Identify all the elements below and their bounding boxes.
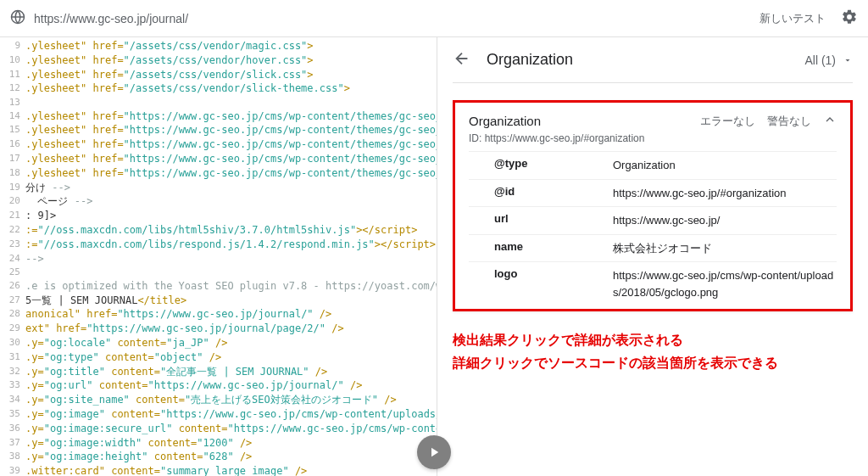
line-number: 24 bbox=[2, 252, 25, 266]
url-bar[interactable]: https://www.gc-seo.jp/journal/ bbox=[34, 12, 751, 25]
chevron-up-icon[interactable] bbox=[823, 113, 837, 129]
code-line[interactable]: 26.e is optimized with the Yoast SEO plu… bbox=[2, 279, 437, 294]
code-line[interactable]: 30.y="og:locale" content="ja_JP" /> bbox=[2, 336, 437, 350]
code-line[interactable]: 275一覧 | SEM JOURNAL</title> bbox=[2, 294, 437, 308]
line-number: 9 bbox=[2, 39, 25, 53]
line-number: 32 bbox=[2, 365, 25, 379]
code-line[interactable]: 17.ylesheet" href="https://www.gc-seo.jp… bbox=[2, 152, 437, 166]
code-line[interactable]: 31.y="og:type" content="object" /> bbox=[2, 350, 437, 365]
property-row[interactable]: name株式会社ジオコード bbox=[469, 234, 837, 262]
property-value: Organization bbox=[613, 157, 837, 174]
line-number: 18 bbox=[2, 166, 25, 181]
line-number: 33 bbox=[2, 378, 25, 393]
code-line[interactable]: 37.y="og:image:width" content="1200" /> bbox=[2, 436, 437, 451]
property-value: https://www.gc-seo.jp/#organization bbox=[613, 185, 837, 202]
code-line[interactable]: 38.y="og:image:height" content="628" /> bbox=[2, 450, 437, 464]
line-number: 36 bbox=[2, 422, 25, 436]
code-line[interactable]: 20 ページ --> bbox=[2, 194, 437, 209]
code-line[interactable]: 34.y="og:site_name" content="売上を上げるSEO対策… bbox=[2, 393, 437, 407]
code-line[interactable]: 12.ylesheet" href="/assets/css/vendor/sl… bbox=[2, 81, 437, 96]
line-number: 15 bbox=[2, 123, 25, 137]
code-line[interactable]: 10.ylesheet" href="/assets/css/vendor/ho… bbox=[2, 53, 437, 68]
code-line[interactable]: 33.y="og:url" content="https://www.gc-se… bbox=[2, 378, 437, 393]
source-code-panel[interactable]: 9.ylesheet" href="/assets/css/vendor/mag… bbox=[0, 37, 437, 476]
line-number: 25 bbox=[2, 266, 25, 278]
code-line[interactable]: 24--> bbox=[2, 252, 437, 266]
line-number: 38 bbox=[2, 450, 25, 464]
property-key: url bbox=[469, 212, 613, 229]
property-value: 株式会社ジオコード bbox=[613, 240, 837, 257]
property-key: @type bbox=[469, 157, 613, 174]
code-line[interactable]: 29ext" href="https://www.gc-seo.jp/journ… bbox=[2, 322, 437, 336]
status-warnings: 警告なし bbox=[767, 114, 811, 129]
line-number: 27 bbox=[2, 294, 25, 308]
line-number: 31 bbox=[2, 350, 25, 365]
property-key: name bbox=[469, 240, 613, 257]
line-number: 14 bbox=[2, 109, 25, 124]
property-row[interactable]: urlhttps://www.gc-seo.jp/ bbox=[469, 206, 837, 234]
run-test-button[interactable] bbox=[417, 435, 451, 469]
line-number: 23 bbox=[2, 238, 25, 252]
property-key: @id bbox=[469, 185, 613, 202]
property-value: https://www.gc-seo.jp/ bbox=[613, 212, 837, 229]
annotation-line-2: 詳細クリックでソースコードの該当箇所を表示できる bbox=[453, 351, 853, 374]
gear-icon[interactable] bbox=[841, 8, 858, 28]
code-line[interactable]: 22:="//oss.maxcdn.com/libs/html5shiv/3.7… bbox=[2, 223, 437, 238]
property-row[interactable]: @typeOrganization bbox=[469, 151, 837, 179]
line-number: 22 bbox=[2, 223, 25, 238]
filter-label: All (1) bbox=[804, 53, 836, 67]
back-arrow-icon[interactable] bbox=[453, 49, 471, 70]
line-number: 11 bbox=[2, 68, 25, 82]
results-panel: Organization All (1) Organization エラーなし … bbox=[437, 37, 868, 476]
code-line[interactable]: 14.ylesheet" href="https://www.gc-seo.jp… bbox=[2, 109, 437, 124]
line-number: 10 bbox=[2, 53, 25, 68]
annotation-text: 検出結果クリックで詳細が表示される 詳細クリックでソースコードの該当箇所を表示で… bbox=[453, 328, 853, 374]
line-number: 12 bbox=[2, 81, 25, 96]
globe-icon bbox=[10, 9, 25, 27]
code-line[interactable]: 35.y="og:image" content="https://www.gc-… bbox=[2, 407, 437, 422]
line-number: 39 bbox=[2, 464, 25, 476]
line-number: 16 bbox=[2, 137, 25, 152]
line-number: 13 bbox=[2, 96, 25, 109]
line-number: 37 bbox=[2, 436, 25, 451]
code-line[interactable]: 25 bbox=[2, 266, 437, 278]
line-number: 21 bbox=[2, 209, 25, 223]
line-number: 35 bbox=[2, 407, 25, 422]
property-row[interactable]: logohttps://www.gc-seo.jp/cms/wp-content… bbox=[469, 261, 837, 305]
line-number: 19 bbox=[2, 181, 25, 195]
line-number: 34 bbox=[2, 393, 25, 407]
code-line[interactable]: 16.ylesheet" href="https://www.gc-seo.jp… bbox=[2, 137, 437, 152]
annotation-line-1: 検出結果クリックで詳細が表示される bbox=[453, 328, 853, 351]
code-line[interactable]: 21: 9]> bbox=[2, 209, 437, 223]
line-number: 17 bbox=[2, 152, 25, 166]
code-line[interactable]: 9.ylesheet" href="/assets/css/vendor/mag… bbox=[2, 39, 437, 53]
property-key: logo bbox=[469, 267, 613, 300]
code-line[interactable]: 36.y="og:image:secure_url" content="http… bbox=[2, 422, 437, 436]
line-number: 28 bbox=[2, 307, 25, 322]
card-title: Organization bbox=[469, 114, 688, 128]
code-line[interactable]: 15.ylesheet" href="https://www.gc-seo.jp… bbox=[2, 123, 437, 137]
line-number: 26 bbox=[2, 279, 25, 294]
filter-dropdown[interactable]: All (1) bbox=[804, 53, 853, 67]
header-bar: https://www.gc-seo.jp/journal/ 新しいテスト bbox=[0, 0, 868, 37]
code-line[interactable]: 32.y="og:title" content="全記事一覧 | SEM JOU… bbox=[2, 365, 437, 379]
code-line[interactable]: 11.ylesheet" href="/assets/css/vendor/sl… bbox=[2, 68, 437, 82]
code-line[interactable]: 39.witter:card" content="summary_large_i… bbox=[2, 464, 437, 476]
panel-title: Organization bbox=[487, 51, 789, 69]
property-row[interactable]: @idhttps://www.gc-seo.jp/#organization bbox=[469, 179, 837, 207]
line-number: 29 bbox=[2, 322, 25, 336]
code-line[interactable]: 13 bbox=[2, 96, 437, 109]
line-number: 20 bbox=[2, 194, 25, 209]
chevron-down-icon bbox=[843, 55, 853, 65]
card-id: ID: https://www.gc-seo.jp/#organization bbox=[469, 132, 837, 144]
status-errors: エラーなし bbox=[700, 114, 755, 129]
property-value: https://www.gc-seo.jp/cms/wp-content/upl… bbox=[613, 267, 837, 300]
code-line[interactable]: 18.ylesheet" href="https://www.gc-seo.jp… bbox=[2, 166, 437, 181]
code-line[interactable]: 23:="//oss.maxcdn.com/libs/respond.js/1.… bbox=[2, 238, 437, 252]
code-line[interactable]: 19分け --> bbox=[2, 181, 437, 195]
organization-card[interactable]: Organization エラーなし 警告なし ID: https://www.… bbox=[453, 100, 853, 311]
code-line[interactable]: 28anonical" href="https://www.gc-seo.jp/… bbox=[2, 307, 437, 322]
line-number: 30 bbox=[2, 336, 25, 350]
new-test-button[interactable]: 新しいテスト bbox=[760, 11, 826, 26]
